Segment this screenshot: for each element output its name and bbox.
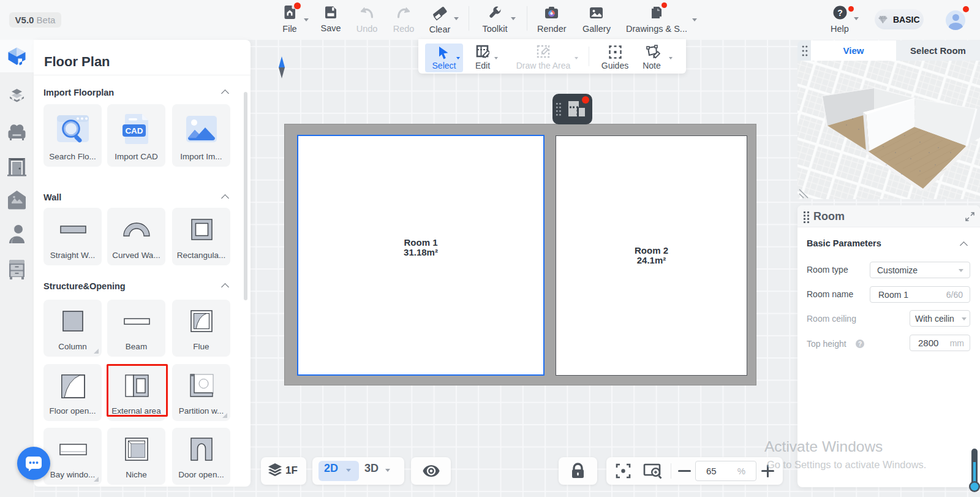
svg-text:CAD: CAD	[125, 126, 143, 135]
svg-text:?: ?	[858, 341, 862, 347]
svg-text:?: ?	[837, 8, 843, 18]
